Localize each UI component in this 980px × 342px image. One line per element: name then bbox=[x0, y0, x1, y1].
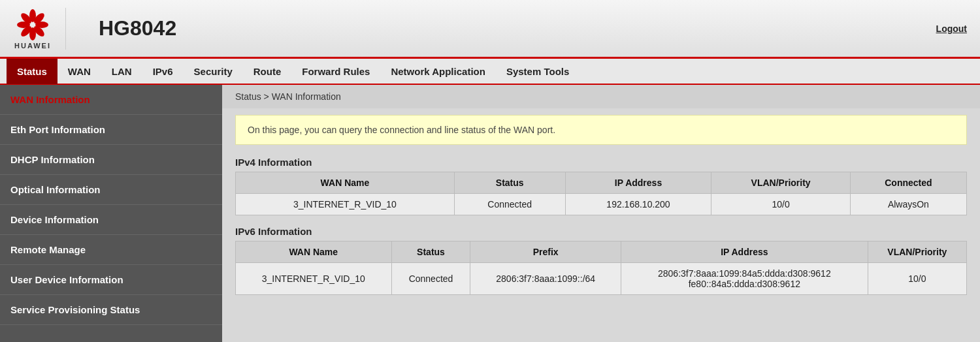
sidebar-item-dhcp-information[interactable]: DHCP Information bbox=[0, 145, 222, 175]
sidebar-item-eth-port-information[interactable]: Eth Port Information bbox=[0, 115, 222, 145]
nav-item-ipv6[interactable]: IPv6 bbox=[142, 58, 184, 84]
ipv4-section-title: IPv4 Information bbox=[235, 157, 967, 168]
device-title: HG8042 bbox=[99, 16, 936, 40]
ipv6-table-header: WAN NameStatusPrefixIP AddressVLAN/Prior… bbox=[236, 241, 967, 263]
navbar: StatusWANLANIPv6SecurityRouteForward Rul… bbox=[0, 59, 980, 85]
ipv6-col-status: Status bbox=[391, 241, 470, 263]
nav-item-system-tools[interactable]: System Tools bbox=[496, 58, 580, 84]
brand-name: HUAWEI bbox=[14, 42, 51, 50]
ipv4-table-header: WAN NameStatusIP AddressVLAN/PriorityCon… bbox=[236, 172, 967, 194]
ipv4-col-wan-name: WAN Name bbox=[236, 172, 455, 194]
table-row: 3_INTERNET_R_VID_10Connected192.168.10.2… bbox=[236, 194, 967, 215]
ipv6-table: WAN NameStatusPrefixIP AddressVLAN/Prior… bbox=[235, 241, 967, 295]
nav-item-network-application[interactable]: Network Application bbox=[380, 58, 495, 84]
ipv4-table: WAN NameStatusIP AddressVLAN/PriorityCon… bbox=[235, 172, 967, 215]
main-layout: WAN InformationEth Port InformationDHCP … bbox=[0, 85, 980, 342]
huawei-logo: HUAWEI bbox=[13, 8, 52, 50]
content-inner: On this page, you can query the connecti… bbox=[222, 108, 980, 319]
ipv6-col-wan-name: WAN Name bbox=[236, 241, 392, 263]
sidebar: WAN InformationEth Port InformationDHCP … bbox=[0, 85, 222, 342]
sidebar-item-optical-information[interactable]: Optical Information bbox=[0, 175, 222, 205]
ipv4-table-body: 3_INTERNET_R_VID_10Connected192.168.10.2… bbox=[236, 194, 967, 215]
ipv4-col-status: Status bbox=[454, 172, 565, 194]
content-area: Status > WAN Information On this page, y… bbox=[222, 85, 980, 342]
sidebar-item-remote-manage[interactable]: Remote Manage bbox=[0, 235, 222, 265]
logout-button[interactable]: Logout bbox=[936, 23, 967, 34]
nav-item-status[interactable]: Status bbox=[7, 58, 57, 84]
nav-item-lan[interactable]: LAN bbox=[101, 58, 142, 84]
breadcrumb: Status > WAN Information bbox=[222, 85, 980, 108]
ipv4-col-ip-address: IP Address bbox=[565, 172, 711, 194]
ipv6-col-vlan-priority: VLAN/Priority bbox=[868, 241, 966, 263]
nav-item-wan[interactable]: WAN bbox=[57, 58, 101, 84]
table-row: 3_INTERNET_R_VID_10Connected2806:3f7:8aa… bbox=[236, 263, 967, 295]
ipv6-col-ip-address: IP Address bbox=[621, 241, 868, 263]
sidebar-item-service-provisioning-status[interactable]: Service Provisioning Status bbox=[0, 295, 222, 325]
header: HUAWEI HG8042 Logout bbox=[0, 0, 980, 59]
sidebar-item-wan-information[interactable]: WAN Information bbox=[0, 85, 222, 115]
huawei-logo-icon bbox=[13, 8, 52, 40]
ipv6-table-body: 3_INTERNET_R_VID_10Connected2806:3f7:8aa… bbox=[236, 263, 967, 295]
nav-item-forward-rules[interactable]: Forward Rules bbox=[291, 58, 380, 84]
ipv6-section-title: IPv6 Information bbox=[235, 226, 967, 237]
sidebar-item-user-device-information[interactable]: User Device Information bbox=[0, 265, 222, 295]
ipv4-col-connected: Connected bbox=[850, 172, 966, 194]
sidebar-item-device-information[interactable]: Device Information bbox=[0, 205, 222, 235]
nav-item-route[interactable]: Route bbox=[243, 58, 292, 84]
nav-item-security[interactable]: Security bbox=[184, 58, 243, 84]
logo-area: HUAWEI bbox=[13, 8, 66, 50]
ipv6-col-prefix: Prefix bbox=[470, 241, 621, 263]
ipv4-col-vlan-priority: VLAN/Priority bbox=[711, 172, 850, 194]
info-message: On this page, you can query the connecti… bbox=[235, 115, 967, 145]
